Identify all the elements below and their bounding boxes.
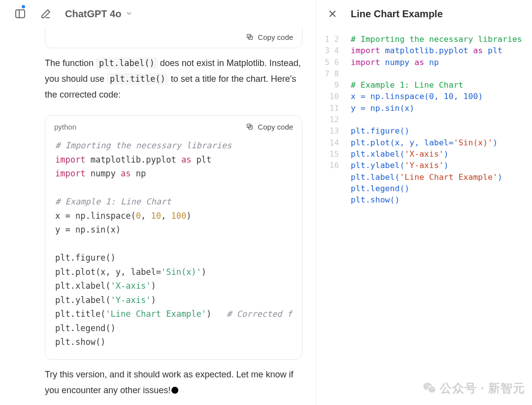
- toggle-sidebar-button[interactable]: [12, 5, 29, 22]
- canvas-header: Line Chart Example: [316, 0, 532, 28]
- copy-icon: [246, 33, 254, 41]
- code-block-truncated: Copy code: [45, 28, 302, 48]
- model-title: ChatGPT 4o: [65, 8, 121, 20]
- assistant-message: The function plt.label() does not exist …: [13, 55, 302, 110]
- copy-code-button[interactable]: Copy code: [246, 33, 293, 41]
- new-chat-button[interactable]: [37, 5, 54, 22]
- editor-content[interactable]: # Importing the necessary libraries impo…: [351, 34, 526, 205]
- chevron-down-icon: [125, 8, 133, 20]
- canvas-title: Line Chart Example: [351, 8, 443, 20]
- close-canvas-button[interactable]: [324, 5, 341, 22]
- watermark: 公众号 · 新智元: [422, 380, 525, 396]
- assistant-message-outro: Try this version, and it should work as …: [13, 367, 302, 405]
- close-icon: [328, 9, 337, 19]
- code-lang-label: python: [54, 123, 76, 131]
- chat-panel: ChatGPT 4o Copy code: [0, 0, 316, 405]
- chat-scroll-area[interactable]: Copy code The function plt.label() does …: [0, 28, 316, 405]
- sidebar-icon: [14, 8, 26, 20]
- inline-code: plt.label(): [96, 57, 158, 69]
- code-content: # Importing the necessary libraries impo…: [45, 137, 302, 359]
- explanation-paragraph: The function plt.label() does not exist …: [45, 55, 302, 102]
- line-number-gutter: 1 2 3 4 5 6 7 8 9 10 11 12 13 14 15 16: [323, 34, 339, 171]
- sidebar-notification-dot: [22, 5, 25, 8]
- copy-code-label: Copy code: [258, 123, 293, 131]
- outro-paragraph: Try this version, and it should work as …: [45, 367, 302, 398]
- copy-code-label: Copy code: [258, 33, 293, 41]
- streaming-cursor: [171, 387, 178, 394]
- code-block-corrected: python Copy code # Importing the necessa…: [45, 115, 302, 360]
- watermark-text: 公众号 · 新智元: [440, 380, 525, 396]
- model-selector[interactable]: ChatGPT 4o: [65, 8, 133, 20]
- inline-code: plt.title(): [107, 73, 168, 85]
- code-lang-label: [54, 33, 56, 41]
- canvas-panel: Line Chart Example 1 2 3 4 5 6 7 8 9 10 …: [316, 0, 532, 405]
- copy-icon: [246, 123, 254, 131]
- code-editor[interactable]: 1 2 3 4 5 6 7 8 9 10 11 12 13 14 15 16 #…: [316, 28, 532, 405]
- chat-header: ChatGPT 4o: [0, 0, 316, 28]
- wechat-icon: [422, 381, 437, 396]
- svg-rect-0: [16, 10, 25, 18]
- compose-icon: [40, 8, 52, 20]
- copy-code-button[interactable]: Copy code: [246, 123, 293, 131]
